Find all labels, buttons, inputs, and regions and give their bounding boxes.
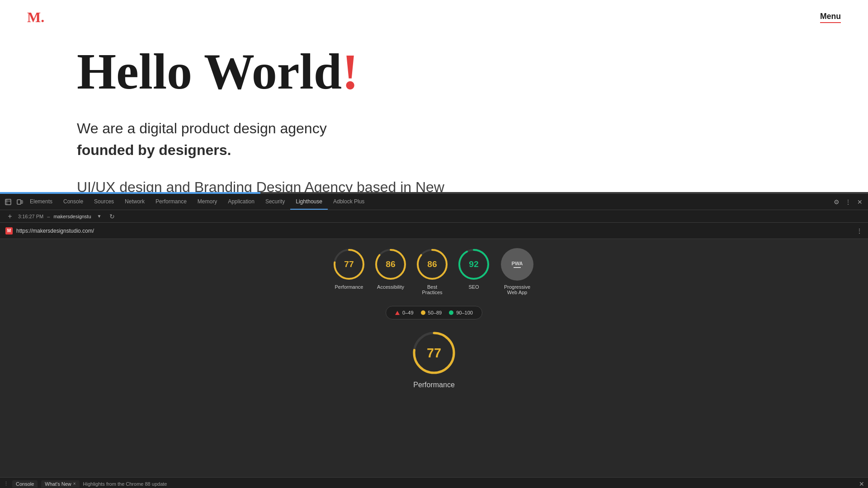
inspect-element-icon[interactable] [4,197,13,206]
tab-dropdown-icon[interactable]: ▼ [95,212,104,221]
tab-network[interactable]: Network [119,194,150,210]
perf-score-label: Performance [335,284,363,290]
url-display: https://makersdesignstudio.com/ [16,228,853,234]
a11y-score-value: 86 [386,259,395,269]
pwa-text: PWA [511,261,523,266]
website-preview: M. Menu Hello World! We are a digital pr… [0,0,868,192]
seo-score-value: 92 [469,259,478,269]
score-accessibility: 86 Accessibility [374,248,407,290]
whatsnew-tab-label: What's New [45,481,71,487]
console-tab-label: Console [16,481,34,487]
legend-triangle-icon [395,311,400,315]
devtools-urlbar: M https://makersdesignstudio.com/ ⋮ [0,223,868,239]
bp-score-label: BestPractices [422,284,442,295]
svg-rect-3 [17,200,21,204]
subhead-normal: We are a digital product design agency [77,120,327,136]
console-tab[interactable]: Console [12,480,38,488]
devtools-controls-right: ⚙ ⋮ ✕ [832,197,864,206]
site-headline: Hello World! [77,44,791,99]
scores-row: 77 Performance 86 Accessibility [333,248,535,295]
score-seo: 92 SEO [458,248,490,290]
site-partial-text: UI/UX design and Branding Design Agency … [0,174,868,192]
tab-elements[interactable]: Elements [24,194,58,210]
legend-orange-range: 50–89 [428,310,442,315]
whatsnew-description: Highlights from the Chrome 88 update [83,481,167,487]
perf-score-value: 77 [344,259,354,269]
pwa-circle: PWA [501,248,533,281]
legend-orange: 50–89 [421,310,442,315]
settings-icon[interactable]: ⚙ [832,197,841,206]
legend-green: 90–100 [449,310,473,315]
big-score-label: Performance [413,381,455,389]
big-score-value: 77 [427,346,441,361]
tab-memory[interactable]: Memory [192,194,222,210]
lighthouse-content: 77 Performance 86 Accessibility [0,239,868,477]
devtools-bottombar: ⋮ Console What's New × Highlights from t… [0,477,868,488]
tab-domain: – [47,214,50,219]
tab-adblock-plus[interactable]: Adblock Plus [328,194,370,210]
close-devtools-icon[interactable]: ✕ [855,197,864,206]
legend-red-range: 0–49 [402,310,413,315]
tab-application[interactable]: Application [222,194,260,210]
logo-dot: . [41,9,44,25]
devtools-topbar: Elements Console Sources Network Perform… [0,194,868,210]
console-toggle[interactable]: ⋮ [4,481,9,487]
plus-icon[interactable]: + [5,212,14,221]
score-circle-best-practices: 86 [416,248,448,281]
pwa-dash [514,267,521,268]
whatsnew-tab[interactable]: What's New × [41,480,79,488]
score-performance: 77 Performance [333,248,365,290]
tab-sources[interactable]: Sources [89,194,119,210]
whatsnew-close-icon[interactable]: × [73,481,76,486]
tab-title: makersdesignstu [53,214,91,219]
big-score-circle: 77 [411,330,457,375]
score-circle-performance: 77 [333,248,365,281]
favicon: M [5,227,13,235]
device-toggle-icon[interactable] [15,197,24,206]
subhead-bold: founded by designers. [77,142,231,158]
more-options-icon[interactable]: ⋮ [844,197,853,206]
legend-orange-dot [421,310,425,315]
console-toggle-icon: ⋮ [4,481,9,487]
refresh-icon[interactable]: ↻ [108,212,117,221]
headline-text: Hello World [77,43,342,99]
devtools-tabs: Elements Console Sources Network Perform… [24,194,832,210]
score-pwa: PWA Progressive Web App [499,248,535,295]
pwa-score-label: Progressive Web App [499,284,535,295]
logo-m: M [27,9,41,25]
score-circle-accessibility: 86 [374,248,407,281]
site-menu-button[interactable]: Menu [820,12,841,23]
site-hero: Hello World! We are a digital product de… [0,35,868,174]
site-logo: M. [27,9,44,26]
tab-security[interactable]: Security [260,194,290,210]
tab-lighthouse[interactable]: Lighthouse [290,194,328,210]
headline-exclamation: ! [342,43,359,99]
tab-performance[interactable]: Performance [150,194,192,210]
url-more-icon[interactable]: ⋮ [856,227,863,235]
svg-rect-0 [5,199,11,205]
bp-score-value: 86 [427,259,437,269]
bottom-bar-close-icon[interactable]: ✕ [859,480,864,488]
timestamp: 3:16:27 PM [18,214,43,219]
legend-green-range: 90–100 [456,310,473,315]
big-score-container: 77 Performance [411,330,457,389]
score-legend: 0–49 50–89 90–100 [386,306,482,319]
site-header: M. Menu [0,0,868,35]
tab-console[interactable]: Console [58,194,89,210]
a11y-score-label: Accessibility [377,284,404,290]
devtools-controls-left [4,197,24,206]
legend-red: 0–49 [395,310,413,315]
site-subhead: We are a digital product design agency f… [77,117,484,161]
svg-rect-4 [21,201,23,203]
legend-green-dot [449,310,453,315]
devtools-panel: Elements Console Sources Network Perform… [0,194,868,488]
score-circle-seo: 92 [458,248,490,281]
seo-score-label: SEO [468,284,479,290]
devtools-titlebar: + 3:16:27 PM – makersdesignstu ▼ ↻ [0,210,868,223]
score-best-practices: 86 BestPractices [416,248,448,295]
